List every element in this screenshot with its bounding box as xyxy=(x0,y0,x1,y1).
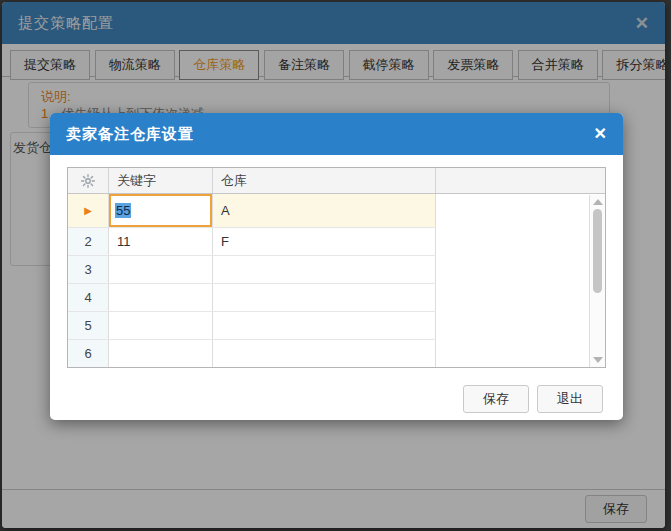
keyword-selected-text: 55 xyxy=(115,203,131,218)
grid-settings-header-cell[interactable] xyxy=(68,168,109,193)
table-row: 3 xyxy=(68,256,436,284)
modal-exit-button[interactable]: 退出 xyxy=(537,385,603,413)
row-number-cell: 3 xyxy=(68,256,109,283)
keyword-cell[interactable]: 11 xyxy=(109,228,213,255)
keyword-warehouse-grid: 关键字 仓库 ▶ 55 A 2 11 F xyxy=(67,167,606,368)
column-header-filler xyxy=(436,168,605,193)
table-row: ▶ 55 A xyxy=(68,194,436,228)
modal-header: 卖家备注仓库设置 ✕ xyxy=(50,113,623,155)
keyword-cell[interactable] xyxy=(109,312,213,339)
keyword-edit-cell[interactable]: 55 xyxy=(109,194,213,227)
warehouse-cell[interactable] xyxy=(213,284,436,311)
modal-footer: 保存 退出 xyxy=(463,385,603,413)
keyword-cell[interactable] xyxy=(109,340,213,367)
row-number-cell: 5 xyxy=(68,312,109,339)
warehouse-cell[interactable] xyxy=(213,340,436,367)
scroll-down-arrow-icon[interactable] xyxy=(593,357,603,363)
warehouse-cell[interactable] xyxy=(213,312,436,339)
row-number-cell: 4 xyxy=(68,284,109,311)
warehouse-cell[interactable]: A xyxy=(213,194,436,227)
row-current-marker-cell: ▶ xyxy=(68,194,109,227)
current-row-arrow-icon: ▶ xyxy=(84,205,92,216)
keyword-cell[interactable] xyxy=(109,284,213,311)
table-row: 4 xyxy=(68,284,436,312)
warehouse-cell[interactable]: F xyxy=(213,228,436,255)
scrollbar-thumb[interactable] xyxy=(593,209,602,293)
column-header-warehouse[interactable]: 仓库 xyxy=(213,168,436,193)
keyword-cell[interactable] xyxy=(109,256,213,283)
row-number-cell: 6 xyxy=(68,340,109,367)
grid-header-row: 关键字 仓库 xyxy=(68,168,605,194)
column-header-keyword[interactable]: 关键字 xyxy=(109,168,213,193)
table-row: 6 xyxy=(68,340,436,368)
table-row: 2 11 F xyxy=(68,228,436,256)
scroll-up-arrow-icon[interactable] xyxy=(593,199,603,205)
vertical-scrollbar[interactable] xyxy=(589,195,605,367)
row-number-cell: 2 xyxy=(68,228,109,255)
table-row: 5 xyxy=(68,312,436,340)
modal-save-button[interactable]: 保存 xyxy=(463,385,529,413)
modal-close-icon[interactable]: ✕ xyxy=(594,126,607,142)
modal-body: 关键字 仓库 ▶ 55 A 2 11 F xyxy=(50,155,623,420)
seller-remark-warehouse-modal: 卖家备注仓库设置 ✕ 关键字 仓库 ▶ xyxy=(50,113,623,420)
modal-title: 卖家备注仓库设置 xyxy=(66,125,194,144)
gear-icon xyxy=(80,173,96,189)
warehouse-cell[interactable] xyxy=(213,256,436,283)
